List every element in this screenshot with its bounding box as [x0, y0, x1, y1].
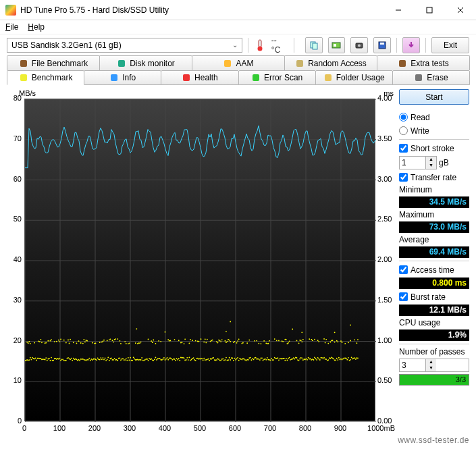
svg-point-60 — [36, 360, 37, 361]
tab-file-benchmark[interactable]: File Benchmark — [7, 55, 100, 70]
save-log-button[interactable] — [373, 37, 391, 53]
spin-up-icon[interactable]: ▲ — [426, 157, 436, 163]
svg-point-500 — [338, 357, 340, 359]
toolbar: USB Sandisk 3.2Gen1 (61 gB) ⌄ -- °C Exit — [0, 34, 476, 55]
exit-button[interactable]: Exit — [431, 37, 469, 53]
svg-point-411 — [278, 340, 280, 341]
svg-point-75 — [45, 342, 47, 344]
copy-screenshot-button[interactable] — [328, 37, 346, 53]
svg-point-212 — [139, 342, 140, 344]
svg-point-469 — [318, 359, 319, 360]
svg-point-157 — [103, 341, 104, 342]
tab-extra-tests[interactable]: Extra tests — [377, 55, 470, 70]
svg-point-325 — [220, 360, 221, 361]
menu-help[interactable]: Help — [28, 22, 45, 32]
svg-point-466 — [316, 359, 317, 361]
close-button[interactable] — [445, 0, 476, 20]
svg-point-432 — [292, 329, 293, 330]
read-radio[interactable]: Read — [399, 111, 469, 123]
svg-point-69 — [41, 342, 43, 343]
transfer-rate-check[interactable]: Transfer rate — [399, 171, 469, 183]
svg-point-48 — [28, 360, 29, 361]
progress-text: 3/3 — [456, 375, 466, 385]
tab-health[interactable]: Health — [161, 70, 238, 85]
burst-rate-check[interactable]: Burst rate — [399, 291, 469, 302]
passes-input[interactable]: ▲▼ — [399, 359, 469, 372]
svg-point-301 — [205, 338, 206, 340]
svg-point-123 — [79, 360, 80, 361]
write-radio[interactable]: Write — [399, 125, 469, 136]
short-stroke-unit: gB — [439, 158, 449, 167]
svg-point-195 — [128, 343, 129, 344]
spin-down-icon[interactable]: ▼ — [426, 163, 436, 169]
save-screenshot-button[interactable] — [350, 37, 368, 53]
short-stroke-input[interactable]: ▲▼ — [399, 156, 437, 169]
spin-up-icon[interactable]: ▲ — [426, 359, 436, 365]
drive-select[interactable]: USB Sandisk 3.2Gen1 (61 gB) ⌄ — [7, 38, 242, 53]
svg-point-265 — [180, 357, 182, 359]
tab-aam[interactable]: AAM — [192, 55, 285, 70]
x-tick: 400 — [159, 424, 171, 432]
svg-point-100 — [63, 360, 65, 361]
svg-point-146 — [95, 359, 97, 360]
plot-area — [24, 99, 375, 421]
start-button[interactable]: Start — [399, 89, 469, 105]
tab-random-access[interactable]: Random Access — [284, 55, 377, 70]
x-tick: 200 — [88, 424, 101, 432]
short-stroke-check[interactable]: Short stroke — [399, 142, 469, 154]
svg-point-444 — [300, 340, 302, 341]
svg-point-307 — [209, 360, 210, 361]
y-tick-left: 20 — [7, 336, 22, 344]
tab-folder-usage[interactable]: Folder Usage — [315, 70, 393, 85]
svg-point-221 — [148, 360, 149, 361]
svg-rect-13 — [380, 43, 384, 45]
svg-point-293 — [199, 358, 201, 359]
svg-point-503 — [340, 340, 342, 342]
svg-point-491 — [333, 359, 334, 360]
svg-point-323 — [219, 360, 221, 361]
spin-down-icon[interactable]: ▼ — [426, 365, 436, 371]
tab-error-scan[interactable]: Error Scan — [238, 70, 316, 85]
svg-point-408 — [276, 340, 277, 341]
info-icon — [109, 73, 119, 82]
svg-point-261 — [177, 359, 178, 361]
svg-point-518 — [351, 357, 352, 359]
svg-point-93 — [58, 340, 59, 341]
svg-point-393 — [265, 342, 267, 344]
svg-point-63 — [38, 340, 39, 342]
svg-point-147 — [95, 342, 97, 344]
svg-point-68 — [41, 359, 43, 361]
svg-point-283 — [192, 340, 193, 341]
svg-point-445 — [301, 357, 302, 359]
svg-point-239 — [160, 359, 161, 361]
svg-point-160 — [105, 358, 106, 359]
svg-point-419 — [284, 360, 286, 361]
svg-point-340 — [229, 357, 230, 359]
access-time-check[interactable]: Access time — [399, 264, 469, 275]
svg-point-255 — [172, 359, 174, 361]
svg-point-462 — [313, 359, 315, 361]
tab-erase[interactable]: Erase — [392, 70, 470, 85]
tab-info[interactable]: Info — [84, 70, 161, 85]
copy-info-button[interactable] — [305, 37, 323, 53]
svg-point-453 — [307, 359, 308, 361]
svg-point-421 — [286, 358, 287, 359]
svg-point-498 — [337, 359, 338, 361]
tab-disk-monitor[interactable]: Disk monitor — [99, 55, 192, 70]
svg-point-305 — [207, 339, 208, 340]
tab-benchmark[interactable]: Benchmark — [7, 70, 84, 85]
svg-point-368 — [246, 342, 248, 344]
svg-point-412 — [280, 358, 281, 359]
svg-point-426 — [288, 342, 289, 344]
svg-point-172 — [113, 359, 114, 361]
temperature-value: -- °C — [271, 36, 288, 55]
y-tick-right: 0.50 — [377, 376, 395, 384]
menu-file[interactable]: File — [5, 22, 18, 32]
svg-point-66 — [41, 358, 42, 359]
y-tick-left: 30 — [7, 296, 22, 304]
options-button[interactable] — [402, 37, 420, 53]
minimize-button[interactable] — [383, 0, 414, 20]
maximize-button[interactable] — [414, 0, 445, 20]
svg-point-197 — [129, 342, 130, 344]
svg-point-181 — [118, 358, 120, 359]
